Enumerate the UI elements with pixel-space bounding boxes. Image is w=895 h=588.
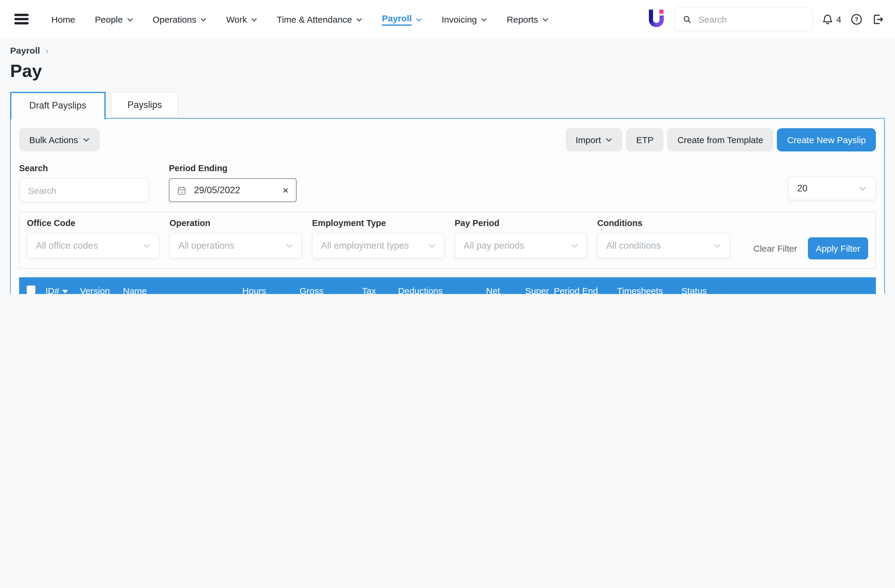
pay-period-filter-group: Pay Period All pay periods <box>455 218 587 258</box>
chevron-down-icon <box>83 138 89 142</box>
chevron-down-icon <box>127 18 133 21</box>
payslip-tabs: Draft Payslips Payslips <box>10 92 885 118</box>
col-header-deductions[interactable]: Deductions <box>378 285 445 294</box>
help-icon[interactable]: ? <box>850 13 863 25</box>
global-search-input[interactable] <box>697 14 804 25</box>
col-header-net[interactable]: Net <box>445 285 502 294</box>
chevron-down-icon <box>605 138 612 142</box>
employment-type-label: Employment Type <box>312 218 444 228</box>
apply-filter-button[interactable]: Apply Filter <box>808 237 868 259</box>
tab-payslips[interactable]: Payslips <box>111 92 178 118</box>
col-header-period-end[interactable]: Period End <box>551 285 614 294</box>
nav-item-work[interactable]: Work <box>226 14 257 24</box>
bulk-actions-label: Bulk Actions <box>29 135 78 145</box>
chevron-down-icon <box>251 18 257 21</box>
conditions-value: All conditions <box>606 240 661 251</box>
breadcrumb: Payroll › <box>10 45 885 56</box>
tab-draft-payslips[interactable]: Draft Payslips <box>10 92 105 119</box>
operation-label: Operation <box>170 218 302 228</box>
nav-item-time-attendance[interactable]: Time & Attendance <box>277 14 362 24</box>
clear-filter-link[interactable]: Clear Filter <box>753 243 797 253</box>
col-header-name[interactable]: Name <box>121 285 221 294</box>
table-header-row: ID# Version Name Hours Gross Tax Deducti… <box>19 277 876 294</box>
conditions-select[interactable]: All conditions <box>597 233 730 258</box>
nav-label: People <box>95 14 123 24</box>
period-ending-group: Period Ending 29/05/2022 ✕ <box>169 164 297 202</box>
chevron-down-icon <box>859 186 866 191</box>
pay-period-label: Pay Period <box>455 218 587 228</box>
col-header-id-label: ID# <box>46 285 59 294</box>
filter-bar: Office Code All office codes Operation A… <box>19 212 876 269</box>
office-code-select[interactable]: All office codes <box>27 233 159 258</box>
employment-type-filter-group: Employment Type All employment types <box>312 218 444 258</box>
employment-type-value: All employment types <box>321 240 409 251</box>
nav-utilities: 4 ? <box>647 7 884 31</box>
nav-label: Reports <box>507 14 538 24</box>
calendar-icon <box>177 185 187 195</box>
search-field-group: Search <box>19 164 149 202</box>
select-all-checkbox[interactable] <box>26 285 36 294</box>
chevron-down-icon <box>571 243 578 248</box>
list-controls: Search Period Ending 29/05/2022 ✕ 20 <box>19 164 876 202</box>
clear-date-icon[interactable]: ✕ <box>282 186 289 195</box>
breadcrumb-payroll[interactable]: Payroll <box>10 45 40 56</box>
app-window: Home People Operations Work Time & Atten… <box>0 0 895 294</box>
nav-label: Time & Attendance <box>277 14 352 24</box>
create-new-payslip-button[interactable]: Create New Payslip <box>777 128 876 152</box>
col-header-gross[interactable]: Gross <box>268 285 326 294</box>
import-label: Import <box>575 135 601 145</box>
col-header-version[interactable]: Version <box>77 285 121 294</box>
toolbar: Bulk Actions Import ETP Create from Temp… <box>19 128 876 152</box>
chevron-down-icon <box>200 18 206 21</box>
page-content: Payroll › Pay Draft Payslips Payslips Bu… <box>0 38 895 294</box>
app-logo <box>647 8 665 30</box>
period-ending-datepicker[interactable]: 29/05/2022 ✕ <box>169 178 297 202</box>
chevron-down-icon <box>714 243 721 248</box>
col-header-super[interactable]: Super <box>502 285 551 294</box>
toolbar-right: Import ETP Create from Template Create N… <box>565 128 876 152</box>
hamburger-menu-icon[interactable] <box>14 12 29 26</box>
draft-payslips-panel: Bulk Actions Import ETP Create from Temp… <box>10 118 885 294</box>
search-input[interactable] <box>19 178 149 202</box>
page-size-select[interactable]: 20 <box>787 177 876 200</box>
page-size-value: 20 <box>797 183 808 194</box>
col-header-hours[interactable]: Hours <box>221 285 268 294</box>
chevron-down-icon <box>143 243 150 248</box>
nav-label: Payroll <box>382 13 412 25</box>
nav-label: Work <box>226 14 247 24</box>
nav-item-payroll[interactable]: Payroll <box>382 13 422 25</box>
bulk-actions-button[interactable]: Bulk Actions <box>19 128 99 152</box>
create-from-template-button[interactable]: Create from Template <box>667 128 774 152</box>
chevron-down-icon <box>542 18 548 21</box>
logout-icon[interactable] <box>872 13 884 25</box>
filter-actions: Clear Filter Apply Filter <box>753 237 868 259</box>
import-button[interactable]: Import <box>565 128 622 152</box>
chevron-down-icon <box>416 18 422 21</box>
payslips-table: ID# Version Name Hours Gross Tax Deducti… <box>19 277 876 294</box>
etp-button[interactable]: ETP <box>626 128 663 152</box>
office-code-label: Office Code <box>27 218 159 228</box>
col-header-timesheets[interactable]: Timesheets <box>614 285 679 294</box>
col-header-id[interactable]: ID# <box>43 285 77 294</box>
nav-label: Home <box>51 14 75 24</box>
nav-item-people[interactable]: People <box>95 14 133 24</box>
chevron-down-icon <box>428 243 435 248</box>
operation-value: All operations <box>178 240 235 251</box>
pay-period-select[interactable]: All pay periods <box>455 233 587 258</box>
page-title: Pay <box>10 61 885 81</box>
nav-item-invoicing[interactable]: Invoicing <box>441 14 487 24</box>
nav-item-home[interactable]: Home <box>51 14 75 24</box>
search-icon <box>682 14 691 24</box>
period-ending-label: Period Ending <box>169 164 297 173</box>
col-header-status[interactable]: Status <box>679 285 755 294</box>
operation-filter-group: Operation All operations <box>170 218 302 258</box>
chevron-down-icon <box>286 243 293 248</box>
nav-item-operations[interactable]: Operations <box>152 14 206 24</box>
operation-select[interactable]: All operations <box>170 233 302 258</box>
conditions-label: Conditions <box>597 218 730 228</box>
nav-item-reports[interactable]: Reports <box>507 14 548 24</box>
chevron-down-icon <box>356 18 362 21</box>
notifications[interactable]: 4 <box>821 13 841 25</box>
employment-type-select[interactable]: All employment types <box>312 233 444 258</box>
col-header-tax[interactable]: Tax <box>326 285 378 294</box>
